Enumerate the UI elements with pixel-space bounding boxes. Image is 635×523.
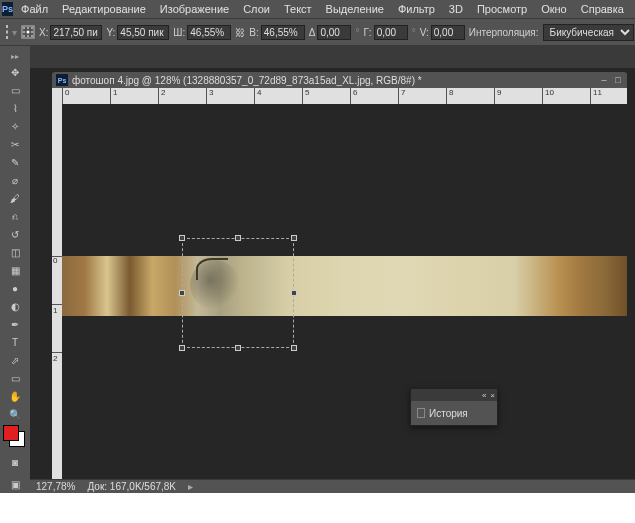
transform-tool-icon [6, 25, 8, 39]
document-tab[interactable]: Ps фотошоп 4.jpg @ 128% (1328880357_0_72… [52, 72, 627, 88]
path-selection-tool[interactable]: ⬀ [5, 351, 25, 369]
options-bar: ▾ X: Y: Ш: ⛓ В: Δ ° Г: ° V: Интерполяция… [0, 18, 635, 46]
status-bar: 127,78% Док: 167,0K/567,8K ▸ [30, 479, 635, 493]
angle-label: Δ [309, 27, 316, 38]
menu-edit[interactable]: Редактирование [56, 1, 152, 17]
y-label: Y: [106, 27, 115, 38]
blur-tool[interactable]: ● [5, 279, 25, 297]
skew-h-label: Г: [363, 27, 371, 38]
menu-filter[interactable]: Фильтр [392, 1, 441, 17]
page-margin [0, 493, 635, 523]
handle-bottom-mid[interactable] [235, 345, 241, 351]
workspace[interactable] [62, 104, 627, 479]
zoom-tool[interactable]: 🔍 [5, 405, 25, 423]
marquee-tool[interactable]: ▭ [5, 81, 25, 99]
history-brush-tool[interactable]: ↺ [5, 225, 25, 243]
screen-mode-icon[interactable]: ▣ [5, 475, 25, 493]
svg-point-3 [31, 27, 33, 29]
handle-mid-left[interactable] [179, 290, 185, 296]
move-tool[interactable]: ✥ [5, 63, 25, 81]
status-menu-icon[interactable]: ▸ [188, 481, 193, 492]
svg-point-7 [23, 35, 25, 37]
ruler-corner [52, 88, 62, 104]
healing-brush-tool[interactable]: ⌀ [5, 171, 25, 189]
w-input[interactable] [187, 25, 231, 40]
foreground-color[interactable] [3, 425, 19, 441]
menu-image[interactable]: Изображение [154, 1, 235, 17]
w-label: Ш: [173, 27, 185, 38]
minimize-button[interactable]: – [599, 75, 609, 85]
maximize-button[interactable]: □ [613, 75, 623, 85]
pen-tool[interactable]: ✒ [5, 315, 25, 333]
doc-icon: Ps [56, 74, 68, 86]
x-label: X: [39, 27, 48, 38]
handle-top-right[interactable] [291, 235, 297, 241]
menu-bar: Ps Файл Редактирование Изображение Слои … [0, 0, 635, 18]
svg-point-9 [31, 35, 33, 37]
handle-mid-right[interactable] [291, 290, 297, 296]
tab-bar [30, 46, 635, 68]
eraser-tool[interactable]: ◫ [5, 243, 25, 261]
crop-tool[interactable]: ✂ [5, 135, 25, 153]
document-title: фотошоп 4.jpg @ 128% (1328880357_0_72d89… [72, 75, 422, 86]
handle-top-left[interactable] [179, 235, 185, 241]
image-content [62, 256, 627, 316]
tools-panel: ▸▸ ✥ ▭ ⌇ ✧ ✂ ✎ ⌀ 🖌 ⎌ ↺ ◫ ▦ ● ◐ ✒ T ⬀ ▭ ✋… [0, 46, 30, 493]
horizontal-ruler: 0 1 2 3 4 5 6 7 8 9 10 11 [62, 88, 627, 104]
brush-tool[interactable]: 🖌 [5, 189, 25, 207]
svg-point-4 [23, 31, 25, 33]
skew-h-input[interactable] [374, 25, 408, 40]
skew-v-label: V: [420, 27, 429, 38]
transform-bounding-box[interactable] [182, 238, 294, 348]
menu-3d[interactable]: 3D [443, 1, 469, 17]
interp-select[interactable]: Бикубическая [543, 24, 634, 41]
handle-bottom-left[interactable] [179, 345, 185, 351]
menu-select[interactable]: Выделение [320, 1, 390, 17]
svg-point-8 [27, 35, 29, 37]
svg-point-6 [31, 31, 33, 33]
eyedropper-tool[interactable]: ✎ [5, 153, 25, 171]
svg-point-5 [27, 31, 30, 34]
interp-label: Интерполяция: [469, 27, 539, 38]
collapse-icon[interactable]: ▸▸ [11, 50, 19, 63]
reference-point-icon[interactable] [21, 23, 35, 41]
type-tool[interactable]: T [5, 333, 25, 351]
history-panel[interactable]: « × История [410, 388, 498, 426]
skew-v-input[interactable] [431, 25, 465, 40]
svg-point-1 [23, 27, 25, 29]
app-logo-icon: Ps [2, 2, 13, 16]
menu-text[interactable]: Текст [278, 1, 318, 17]
menu-help[interactable]: Справка [575, 1, 630, 17]
menu-file[interactable]: Файл [15, 1, 54, 17]
zoom-level[interactable]: 127,78% [36, 481, 75, 492]
angle-input[interactable] [317, 25, 351, 40]
clone-stamp-tool[interactable]: ⎌ [5, 207, 25, 225]
x-input[interactable] [50, 25, 102, 40]
hand-tool[interactable]: ✋ [5, 387, 25, 405]
dodge-tool[interactable]: ◐ [5, 297, 25, 315]
handle-bottom-right[interactable] [291, 345, 297, 351]
h-input[interactable] [261, 25, 305, 40]
h-label: В: [249, 27, 258, 38]
color-swatches[interactable] [3, 425, 27, 449]
y-input[interactable] [117, 25, 169, 40]
link-icon[interactable]: ⛓ [235, 26, 245, 38]
gradient-tool[interactable]: ▦ [5, 261, 25, 279]
menu-layers[interactable]: Слои [237, 1, 276, 17]
close-panel-icon[interactable]: × [490, 391, 495, 400]
history-label: История [429, 408, 468, 419]
doc-size: Док: 167,0K/567,8K [87, 481, 176, 492]
vertical-ruler: 0 1 2 [52, 104, 62, 479]
svg-point-2 [27, 27, 29, 29]
handle-top-mid[interactable] [235, 235, 241, 241]
quick-mask-icon[interactable]: ◙ [5, 453, 25, 471]
magic-wand-tool[interactable]: ✧ [5, 117, 25, 135]
shape-tool[interactable]: ▭ [5, 369, 25, 387]
panel-header[interactable]: « × [411, 389, 497, 401]
menu-window[interactable]: Окно [535, 1, 573, 17]
collapse-panel-icon[interactable]: « [482, 391, 486, 400]
lasso-tool[interactable]: ⌇ [5, 99, 25, 117]
history-thumb-icon [417, 408, 425, 418]
menu-view[interactable]: Просмотр [471, 1, 533, 17]
